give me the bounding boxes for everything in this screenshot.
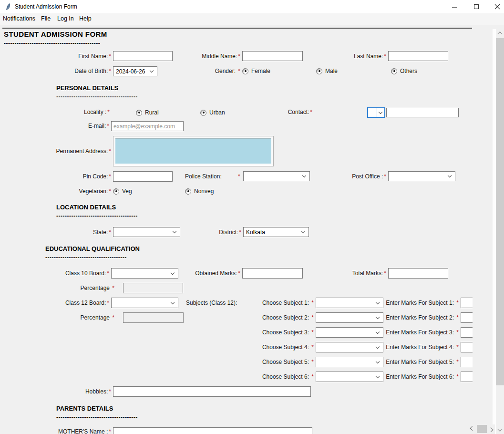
total-marks-label: Total Marks:* — [352, 270, 386, 277]
required-asterisk: * — [107, 123, 109, 129]
radio-nonveg[interactable]: Nonveg — [185, 187, 214, 195]
horizontal-scrollbar-thumb[interactable] — [477, 425, 487, 433]
choose-subject-5-select[interactable] — [316, 357, 383, 367]
section-personal-details: PERSONAL DETAILS — [56, 84, 118, 92]
class12-board-label: Class 12 Board:* — [65, 300, 109, 306]
hobbies-input[interactable] — [113, 386, 311, 397]
choose-subject-1-select[interactable] — [316, 298, 383, 308]
radio-icon — [200, 110, 206, 116]
marks-subject-3-input[interactable] — [461, 327, 473, 338]
section-location-details: LOCATION DETAILS — [56, 204, 116, 211]
required-asterisk: * — [239, 229, 241, 236]
window-title: Student Admission Form — [15, 3, 77, 10]
radio-locality-urban[interactable]: Urban — [200, 109, 225, 116]
percentage12-label: Percentage * — [81, 314, 114, 321]
required-asterisk: * — [311, 329, 314, 336]
required-asterisk: * — [109, 68, 111, 74]
menu-file[interactable]: File — [41, 15, 51, 22]
choose-subject-4-select[interactable] — [316, 342, 383, 352]
radio-gender-others[interactable]: Others — [391, 67, 417, 75]
menu-help[interactable]: Help — [79, 15, 92, 22]
vertical-scrollbar[interactable] — [496, 29, 504, 434]
required-asterisk: * — [456, 300, 459, 306]
marks-subject-1-input[interactable] — [461, 298, 473, 308]
police-station-select[interactable] — [243, 171, 310, 181]
close-button[interactable] — [489, 0, 504, 13]
chevron-right-icon — [489, 427, 494, 432]
last-name-input[interactable] — [388, 51, 448, 61]
scroll-down-button[interactable] — [496, 426, 504, 434]
marks-subject-5-clip — [461, 357, 473, 368]
locality-label: Locality :* — [84, 109, 110, 115]
radio-locality-rural[interactable]: Rural — [136, 109, 159, 116]
mother-name-input[interactable] — [113, 427, 312, 434]
post-office-label: Post Office :* — [352, 173, 386, 180]
marks-subject-2-input[interactable] — [461, 312, 473, 323]
middle-name-input[interactable] — [242, 51, 303, 61]
required-asterisk: * — [311, 344, 314, 351]
first-name-input[interactable] — [113, 51, 173, 61]
maximize-button[interactable] — [468, 0, 484, 13]
percentage12-input — [123, 312, 184, 323]
pin-code-input[interactable] — [113, 171, 173, 182]
scroll-right-button[interactable] — [487, 425, 495, 433]
post-office-select[interactable] — [388, 171, 455, 181]
middle-name-label: Middle Name:* — [202, 53, 240, 60]
choose-subject-3-select[interactable] — [316, 327, 383, 338]
choose-subject-6-select[interactable] — [316, 372, 383, 382]
contact-code-select[interactable] — [367, 107, 385, 118]
chevron-down-icon — [150, 69, 154, 72]
horizontal-scrollbar[interactable] — [468, 424, 495, 434]
marks-subject-6-input[interactable] — [461, 372, 473, 382]
class10-board-select[interactable] — [111, 268, 178, 279]
section-educational-qualification: EDUCATIONAL QUALIFICATION — [45, 245, 140, 252]
choose-subject-2-select[interactable] — [316, 312, 383, 323]
radio-gender-female[interactable]: Female — [242, 67, 270, 75]
required-asterisk: * — [107, 300, 109, 306]
required-asterisk: * — [311, 373, 314, 380]
scroll-up-button[interactable] — [496, 29, 504, 37]
page-title: STUDENT ADMISSION FORM — [4, 30, 107, 38]
radio-veg[interactable]: Veg — [113, 187, 132, 195]
marks-subject-5-input[interactable] — [461, 357, 473, 367]
choose-subject-6-label: Choose Subject 6: * — [262, 373, 314, 380]
radio-gender-male[interactable]: Male — [316, 67, 338, 75]
district-label: District:* — [219, 229, 241, 236]
chevron-down-icon — [173, 229, 176, 233]
total-marks-input[interactable] — [388, 268, 448, 279]
date-of-birth-select[interactable]: 2024-06-26 — [113, 66, 157, 76]
scroll-left-button[interactable] — [468, 425, 476, 433]
class12-board-select[interactable] — [111, 298, 178, 308]
chevron-down-icon — [171, 300, 175, 304]
section-parents-details: PARENTS DETAILS — [56, 405, 113, 412]
required-asterisk: * — [238, 53, 240, 60]
choose-subject-2-label: Choose Subject 2: * — [262, 314, 314, 321]
email-input[interactable] — [111, 121, 184, 131]
maximize-icon — [473, 4, 479, 10]
section-location-underline: -------------------------------------- — [56, 213, 138, 219]
contact-number-input[interactable] — [386, 108, 459, 117]
marks-subject-6-label: Enter Marks For Subject 6: * — [386, 373, 459, 380]
section-education-underline: -------------------------------------- — [45, 254, 127, 261]
section-parents-underline: -------------------------------------- — [56, 414, 138, 421]
vertical-scrollbar-thumb[interactable] — [496, 38, 504, 385]
menu-log-in[interactable]: Log In — [57, 15, 74, 22]
title-bar: Student Admission Form — [0, 0, 504, 13]
obtained-marks-input[interactable] — [242, 268, 303, 279]
required-asterisk: * — [238, 68, 240, 74]
permanent-address-frame — [113, 136, 274, 166]
required-asterisk: * — [109, 148, 111, 155]
minimize-button[interactable] — [446, 0, 463, 13]
marks-subject-1-clip — [461, 298, 473, 309]
radio-icon — [242, 68, 248, 74]
state-select[interactable] — [113, 227, 180, 237]
menu-notifications[interactable]: Notifications — [3, 15, 35, 22]
district-select[interactable]: Kolkata — [243, 227, 309, 237]
permanent-address-textarea[interactable] — [115, 138, 271, 164]
email-label: E-mail:* — [88, 123, 109, 129]
chevron-down-icon — [376, 300, 380, 304]
required-asterisk: * — [109, 53, 111, 60]
marks-subject-4-input[interactable] — [461, 342, 473, 352]
required-asterisk: * — [311, 300, 314, 306]
required-asterisk: * — [310, 109, 312, 115]
